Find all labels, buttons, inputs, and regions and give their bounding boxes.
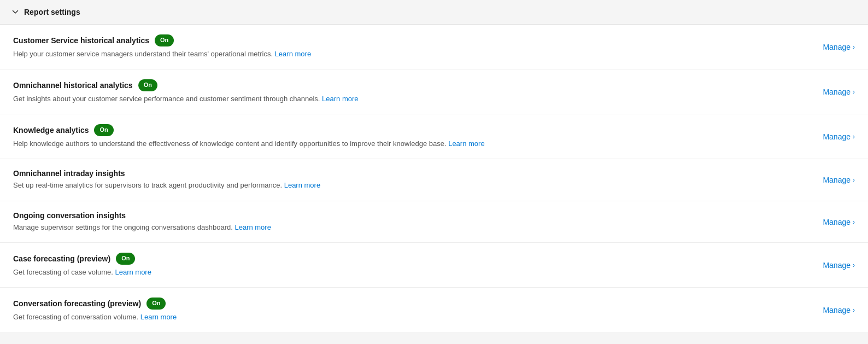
settings-item-conversation-forecasting: Conversation forecasting (preview)OnGet … — [0, 288, 868, 332]
page-container: Report settings Customer Service histori… — [0, 0, 868, 332]
item-content-ongoing-conversation: Ongoing conversation insightsManage supe… — [13, 211, 801, 233]
item-description-customer-service-historical: Help your customer service managers unde… — [13, 49, 801, 60]
item-description-omnichannel-historical: Get insights about your customer service… — [13, 94, 801, 104]
section-header[interactable]: Report settings — [0, 0, 868, 24]
item-title-row-customer-service-historical: Customer Service historical analyticsOn — [13, 34, 801, 46]
learn-more-link-ongoing-conversation[interactable]: Learn more — [234, 223, 271, 231]
item-description-case-forecasting: Get forecasting of case volume. Learn mo… — [13, 267, 801, 278]
settings-item-omnichannel-intraday: Omnichannel intraday insightsSet up real… — [0, 159, 868, 201]
learn-more-link-customer-service-historical[interactable]: Learn more — [275, 50, 311, 58]
manage-chevron-icon-omnichannel-historical: › — [853, 88, 855, 96]
item-title-row-conversation-forecasting: Conversation forecasting (preview)On — [13, 298, 801, 310]
settings-item-customer-service-historical: Customer Service historical analyticsOnH… — [0, 25, 868, 69]
learn-more-link-omnichannel-historical[interactable]: Learn more — [322, 95, 358, 103]
manage-button-case-forecasting[interactable]: Manage› — [823, 259, 855, 272]
manage-button-omnichannel-historical[interactable]: Manage› — [823, 85, 855, 98]
item-title-omnichannel-historical: Omnichannel historical analytics — [13, 81, 133, 90]
manage-chevron-icon-customer-service-historical: › — [853, 43, 855, 51]
manage-button-customer-service-historical[interactable]: Manage› — [823, 40, 855, 54]
manage-label-omnichannel-historical: Manage — [823, 88, 851, 96]
item-title-row-omnichannel-intraday: Omnichannel intraday insights — [13, 169, 801, 178]
manage-chevron-icon-conversation-forecasting: › — [853, 306, 855, 314]
manage-chevron-icon-omnichannel-intraday: › — [853, 176, 855, 184]
badge-on-conversation-forecasting: On — [146, 298, 166, 310]
item-title-ongoing-conversation: Ongoing conversation insights — [13, 211, 126, 220]
learn-more-link-conversation-forecasting[interactable]: Learn more — [140, 313, 177, 321]
settings-item-knowledge-analytics: Knowledge analyticsOnHelp knowledge auth… — [0, 114, 868, 159]
item-description-knowledge-analytics: Help knowledge authors to understand the… — [13, 138, 801, 149]
manage-chevron-icon-case-forecasting: › — [853, 261, 855, 269]
settings-list: Customer Service historical analyticsOnH… — [0, 24, 868, 332]
item-title-conversation-forecasting: Conversation forecasting (preview) — [13, 299, 141, 308]
section-title: Report settings — [24, 8, 80, 16]
badge-on-omnichannel-historical: On — [138, 79, 157, 91]
manage-label-customer-service-historical: Manage — [823, 43, 851, 51]
manage-label-case-forecasting: Manage — [823, 261, 851, 270]
manage-chevron-icon-knowledge-analytics: › — [853, 133, 855, 141]
manage-chevron-icon-ongoing-conversation: › — [853, 218, 855, 226]
item-content-omnichannel-intraday: Omnichannel intraday insightsSet up real… — [13, 169, 801, 191]
manage-label-omnichannel-intraday: Manage — [823, 176, 851, 184]
learn-more-link-knowledge-analytics[interactable]: Learn more — [448, 139, 484, 148]
manage-button-omnichannel-intraday[interactable]: Manage› — [823, 173, 855, 186]
manage-label-conversation-forecasting: Manage — [823, 306, 851, 314]
chevron-down-icon — [11, 8, 20, 16]
settings-item-ongoing-conversation: Ongoing conversation insightsManage supe… — [0, 201, 868, 243]
item-title-row-knowledge-analytics: Knowledge analyticsOn — [13, 124, 801, 136]
item-title-customer-service-historical: Customer Service historical analytics — [13, 36, 149, 45]
item-content-conversation-forecasting: Conversation forecasting (preview)OnGet … — [13, 298, 801, 322]
manage-button-knowledge-analytics[interactable]: Manage› — [823, 130, 855, 143]
badge-on-case-forecasting: On — [116, 253, 135, 265]
item-content-knowledge-analytics: Knowledge analyticsOnHelp knowledge auth… — [13, 124, 801, 149]
badge-on-knowledge-analytics: On — [94, 124, 113, 136]
settings-item-omnichannel-historical: Omnichannel historical analyticsOnGet in… — [0, 69, 868, 114]
item-content-omnichannel-historical: Omnichannel historical analyticsOnGet in… — [13, 79, 801, 104]
learn-more-link-omnichannel-intraday[interactable]: Learn more — [284, 181, 320, 189]
item-description-conversation-forecasting: Get forecasting of conversation volume. … — [13, 312, 801, 323]
manage-button-ongoing-conversation[interactable]: Manage› — [823, 215, 855, 229]
item-content-customer-service-historical: Customer Service historical analyticsOnH… — [13, 34, 801, 59]
item-description-ongoing-conversation: Manage supervisor settings for the ongoi… — [13, 222, 801, 233]
item-content-case-forecasting: Case forecasting (preview)OnGet forecast… — [13, 253, 801, 277]
item-title-row-case-forecasting: Case forecasting (preview)On — [13, 253, 801, 265]
settings-item-case-forecasting: Case forecasting (preview)OnGet forecast… — [0, 243, 868, 288]
item-title-knowledge-analytics: Knowledge analytics — [13, 126, 89, 135]
manage-button-conversation-forecasting[interactable]: Manage› — [823, 304, 855, 317]
item-title-omnichannel-intraday: Omnichannel intraday insights — [13, 169, 125, 178]
item-description-omnichannel-intraday: Set up real-time analytics for superviso… — [13, 180, 801, 191]
item-title-row-ongoing-conversation: Ongoing conversation insights — [13, 211, 801, 220]
item-title-row-omnichannel-historical: Omnichannel historical analyticsOn — [13, 79, 801, 91]
badge-on-customer-service-historical: On — [155, 34, 174, 46]
learn-more-link-case-forecasting[interactable]: Learn more — [115, 268, 151, 276]
manage-label-ongoing-conversation: Manage — [823, 218, 851, 226]
manage-label-knowledge-analytics: Manage — [823, 132, 851, 141]
item-title-case-forecasting: Case forecasting (preview) — [13, 254, 110, 263]
